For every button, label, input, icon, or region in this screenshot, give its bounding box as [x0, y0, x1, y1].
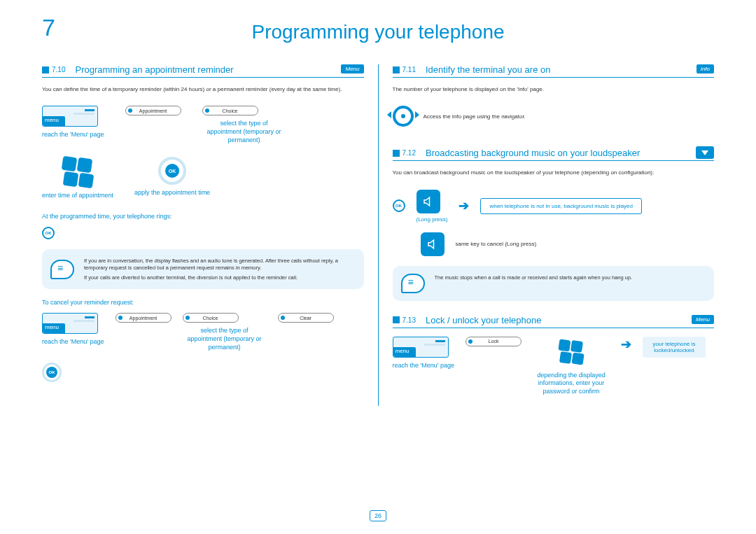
step-softkey-appt: Appointment: [115, 313, 172, 323]
loudspeaker-icon: [416, 190, 440, 213]
section-header-710: 7.10 Programming an appointment reminder…: [42, 64, 364, 78]
step-label: reach the 'Menu' page: [42, 131, 104, 139]
step-label: enter time of appointment: [42, 192, 113, 200]
step-menu: menu reach the 'Menu' page: [42, 106, 104, 144]
step-label: select the type of appointment (temporar…: [202, 120, 286, 144]
step-label: apply the appointment time: [134, 189, 210, 197]
softkey-appointment: Appointment: [115, 313, 172, 323]
step-softkey-appt: Appointment: [125, 106, 181, 144]
section-header-713: 7.13 Lock / unlock your telephone Menu: [393, 315, 715, 328]
speaker-step: (Long press): [416, 190, 448, 223]
callout-text: If your calls are diverted to another te…: [84, 274, 354, 281]
lock-step-row: menu reach the 'Menu' page Lock dependin…: [393, 337, 715, 396]
info-badge: Info: [696, 64, 714, 73]
section-tick: [393, 316, 400, 323]
menu-tile-icon: menu: [393, 337, 449, 358]
cancel-note: To cancel your reminder request:: [42, 299, 364, 306]
left-column: 7.10 Programming an appointment reminder…: [28, 64, 378, 406]
section-tick: [393, 66, 400, 73]
chapter-number: 7: [42, 14, 55, 41]
step-menu: menu reach the 'Menu' page: [393, 337, 455, 370]
section-title: Broadcasting background music on your lo…: [426, 148, 640, 158]
callout-text: The music stops when a call is made or r…: [435, 274, 705, 281]
ok-small-icon: OK: [42, 227, 55, 239]
section-number: 7.12: [402, 149, 416, 157]
section-title: Identify the terminal you are on: [426, 64, 551, 75]
step-label: select the type of appointment (temporar…: [183, 327, 267, 351]
result-box: your telephone is locked/unlocked: [643, 337, 706, 358]
callout-text: If you are in conversation, the display …: [84, 258, 354, 272]
step-row-1: menu reach the 'Menu' page Appointment C…: [42, 106, 364, 144]
section-number: 7.10: [52, 66, 65, 73]
step-label: reach the 'Menu' page: [393, 362, 455, 370]
menu-tile-label: menu: [45, 324, 59, 330]
section-tick: [393, 150, 400, 157]
document-page: 7 Programming your telephone 7.10 Progra…: [0, 0, 756, 534]
ring-note: At the programmed time, your telephone r…: [42, 213, 364, 220]
step-softkey-clear: Clear: [278, 313, 334, 323]
speech-bubble-icon: [50, 260, 74, 279]
down-arrow-badge: [696, 146, 714, 159]
navigator-icon: [393, 106, 414, 127]
info-callout: The music stops when a call is made or r…: [393, 266, 715, 301]
broadcast-row: OK (Long press) ➔ when telephone is not …: [393, 190, 715, 223]
menu-tile-icon: menu: [42, 313, 98, 334]
long-press-label: (Long press): [416, 216, 448, 223]
menu-tile-icon: menu: [42, 106, 98, 127]
arrow-right-icon: ➔: [621, 337, 631, 352]
step-menu: menu reach the 'Menu' page: [42, 313, 104, 346]
navigator-step: Access the Info page using the navigator…: [393, 106, 715, 127]
softkey-appointment: Appointment: [125, 106, 181, 115]
right-column: 7.11 Identify the terminal you are on In…: [379, 64, 729, 406]
speech-bubble-icon: [401, 274, 425, 293]
page-title: Programming your telephone: [28, 21, 728, 43]
ok-button-icon: OK: [42, 363, 62, 382]
menu-tile-label: menu: [45, 117, 59, 123]
page-number: 26: [370, 510, 386, 521]
softkey-lock: Lock: [465, 337, 522, 346]
softkey-clear: Clear: [278, 313, 334, 323]
ok-button-icon: OK: [158, 157, 186, 185]
loudspeaker-icon: [421, 232, 444, 256]
step-softkey-lock: Lock: [465, 337, 522, 346]
keypad-icon: [62, 157, 93, 188]
keypad-icon: [559, 339, 583, 364]
arrow-right-icon: ➔: [458, 198, 469, 213]
section-intro: You can broadcast background music on th…: [393, 169, 715, 176]
cancel-step-row: menu reach the 'Menu' page Appointment C…: [42, 313, 364, 382]
section-title: Programming an appointment reminder: [75, 64, 233, 75]
step-row-2: enter time of appointment OK apply the a…: [42, 157, 364, 200]
info-box: when telephone is not in use, background…: [480, 198, 642, 214]
step-label: reach the 'Menu' page: [42, 338, 104, 346]
step-softkey-choice: Choice select the type of appointment (t…: [202, 106, 286, 144]
section-number: 7.11: [402, 66, 416, 73]
section-intro: The number of your telephone is displaye…: [393, 86, 715, 93]
section-intro: You can define the time of a temporary r…: [42, 86, 364, 93]
step-keypad: enter time of appointment: [42, 157, 113, 200]
step-label: depending the displayed informations, en…: [533, 372, 610, 396]
menu-badge: Menu: [341, 64, 363, 73]
columns: 7.10 Programming an appointment reminder…: [28, 64, 728, 406]
info-callout: If you are in conversation, the display …: [42, 249, 364, 289]
step-softkey-choice: Choice select the type of appointment (t…: [183, 313, 267, 351]
section-tick: [42, 66, 49, 73]
step-ok: OK apply the appointment time: [134, 157, 210, 200]
section-header-711: 7.11 Identify the terminal you are on In…: [393, 64, 715, 78]
softkey-choice: Choice: [202, 106, 258, 115]
step-keypad: depending the displayed informations, en…: [533, 337, 610, 396]
menu-tile-label: menu: [396, 348, 410, 354]
softkey-choice: Choice: [183, 313, 239, 323]
step-ok-small: OK: [42, 363, 62, 382]
navigator-label: Access the Info page using the navigator…: [424, 113, 526, 120]
ok-small-icon: OK: [393, 199, 405, 212]
menu-badge: Menu: [692, 315, 714, 324]
section-number: 7.13: [402, 316, 416, 324]
cancel-broadcast-row: same key to cancel (Long press): [421, 232, 715, 256]
section-header-712: 7.12 Broadcasting background music on yo…: [393, 148, 715, 161]
cancel-label: same key to cancel (Long press): [456, 241, 537, 247]
section-title: Lock / unlock your telephone: [426, 315, 542, 325]
